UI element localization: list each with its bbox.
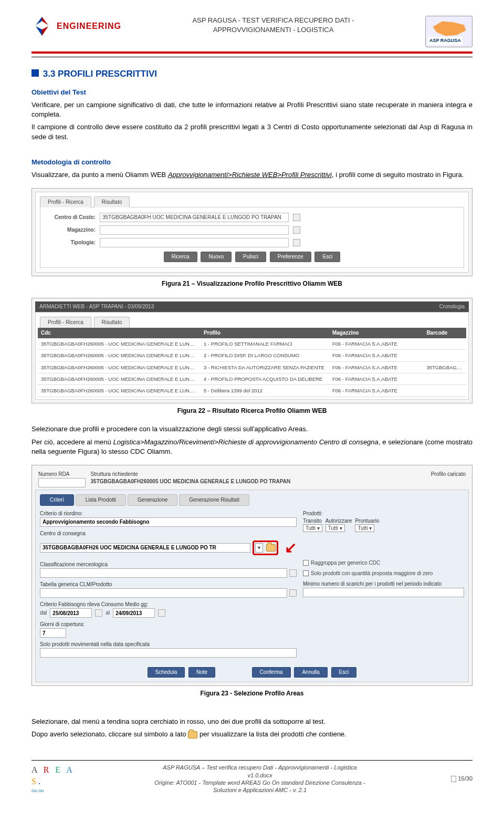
section-heading: 3.3 PROFILI PRESCRITTIVI <box>32 68 472 80</box>
header-thin-line <box>32 57 472 57</box>
fig22-hdr-cdc: Cdc <box>38 328 201 338</box>
engineering-mark-icon <box>32 16 52 37</box>
fig23-riordino-label: Criterio di riordino: <box>40 510 297 517</box>
fig23-btn-schedula[interactable]: Schedula <box>148 667 185 678</box>
section-number: 3.3 <box>43 69 56 79</box>
objectives-p2: Il campione di controllo deve essere cos… <box>32 122 472 141</box>
fig22-row[interactable]: 35TGBGBAGBA0FH260005 - UOC MEDICINA GENE… <box>38 350 466 361</box>
fig21-centro-label: Centro di Costo: <box>46 214 96 221</box>
page-number: 15/30 <box>441 775 472 783</box>
fig21-centro-input[interactable]: 35TGBGBAGBA0FH UOC MEDICINA GENERALE E L… <box>100 213 289 222</box>
fig23-chk-solomagg[interactable] <box>303 570 309 576</box>
areas-logo: A R E A S. Go On <box>32 764 79 794</box>
fig23-rda-input[interactable] <box>38 478 86 487</box>
fig21-tab-ricerca[interactable]: Profili - Ricerca <box>40 196 91 207</box>
fig22-hdr-profilo: Profilo <box>201 328 329 338</box>
fig21-btn-esci[interactable]: Esci <box>314 252 340 262</box>
fig23-btn-note[interactable]: Note <box>188 667 215 678</box>
bottom-p2: Dopo averlo selezionato, cliccare sul si… <box>32 730 472 739</box>
fig22-tab-ricerca[interactable]: Profili - Ricerca <box>40 317 91 328</box>
asp-label: ASP RAGUSA <box>428 37 463 45</box>
fig23-dal-input[interactable] <box>50 608 92 618</box>
fig23-al: al <box>106 609 110 617</box>
fig23-fabbis-label: Criterio Fabbisogno rileva Consumo Medio… <box>40 601 297 608</box>
objectives-p1: Verificare, per un campione significativ… <box>32 100 472 119</box>
fig23-chk-raggruppa[interactable] <box>303 560 309 566</box>
fig23-chk1-label: Raggruppa per generico CDC <box>311 559 380 567</box>
fig21-tipologia-label: Tipologia: <box>46 239 96 246</box>
fig21-tab-risultato[interactable]: Risultato <box>94 196 130 207</box>
fig21-magazzino-label: Magazzino: <box>46 226 96 234</box>
doc-title-line2: APPROVVIGIONAMENTI - LOGISTICA <box>127 25 420 35</box>
fig23-btn-esci[interactable]: Esci <box>331 667 357 678</box>
mid-menu-path: Logistica>Magazzino/Ricevimenti>Richiest… <box>113 438 379 446</box>
page-footer: A R E A S. Go On ASP RAGUSA – Test verif… <box>32 760 472 794</box>
footer-line3: Origine: ATO001 - Template word AREAS Go… <box>89 779 430 786</box>
fig23-class-input[interactable] <box>40 568 287 578</box>
meth-menu-path: Approvvigionamenti>Richieste WEB>Profili… <box>168 171 332 179</box>
fig21-centro-picker[interactable] <box>293 214 300 221</box>
fig23-tabella-picker[interactable] <box>289 589 297 597</box>
fig23-riordino-select[interactable] <box>40 517 297 527</box>
fig23-col-autorizz: Autorizzare <box>326 517 352 525</box>
page-doc-icon <box>451 776 456 782</box>
fig21-btn-pulisci[interactable]: Pulisci <box>235 252 266 262</box>
fig23-giorni-label: Giorni di copertura: <box>40 621 297 628</box>
fig23-al-input[interactable] <box>113 608 155 618</box>
fig23-autorizz-select[interactable]: Tutti ▾ <box>326 524 345 532</box>
fig23-dal: dal <box>40 609 47 617</box>
fig23-minimo-label: Minimo numero di scarichi per i prodotti… <box>303 580 464 588</box>
fig23-col-prontuario: Prontuario <box>355 517 379 525</box>
fig23-al-cal-icon[interactable] <box>158 609 165 617</box>
section-title: PROFILI PRESCRITTIVI <box>58 69 157 79</box>
fig23-centro-dropdown[interactable]: ▾ <box>255 543 263 553</box>
footer-line4: Soluzioni e Applicazioni AMC - v. 2.1 <box>89 786 430 794</box>
fig23-dal-cal-icon[interactable] <box>95 609 102 617</box>
fig23-struttura-value: 35TGBGBAGBA0FH260005 UOC MEDICINA GENERA… <box>91 478 401 485</box>
fig23-tab-generazionerisultati[interactable]: Generazione Risultati <box>179 494 249 506</box>
fig23-minimo-input[interactable] <box>303 588 464 597</box>
fig22-row[interactable]: 35TGBGBAGBA0FH260005 - UOC MEDICINA GENE… <box>38 362 466 373</box>
fig21-btn-preferenze[interactable]: Preferenze <box>270 252 311 262</box>
fig21-tipologia-picker[interactable] <box>293 239 300 246</box>
fig23-centro-label: Centro di consegna <box>40 530 297 537</box>
fig21-magazzino-input[interactable] <box>100 225 289 235</box>
fig22-hdr-barcode: Barcode <box>423 328 466 338</box>
fig22-row[interactable]: 35TGBGBAGBA0FH260005 - UOC MEDICINA GENE… <box>38 385 466 397</box>
fig23-btn-annulla[interactable]: Annulla <box>294 667 327 678</box>
fig23-solomov-input[interactable] <box>40 648 297 658</box>
fig23-class-picker[interactable] <box>289 569 297 577</box>
fig23-tab-generazione[interactable]: Generazione <box>128 494 177 506</box>
fig22-topbar-title: ARMADIETTI WEB - ASP TRAPANI - 03/09/201… <box>39 303 154 310</box>
fig23-transito-select[interactable]: Tutti ▾ <box>303 524 322 532</box>
fig23-centro-input[interactable] <box>40 543 250 553</box>
document-header: ENGINEERING ASP RAGUSA - TEST VERIFICA R… <box>32 16 472 47</box>
fig22-hdr-magazzino: Magazzino <box>329 328 424 338</box>
sicily-map-icon <box>431 19 468 38</box>
engineering-text: ENGINEERING <box>57 20 121 32</box>
fig21-btn-nuovo[interactable]: Nuovo <box>201 252 232 262</box>
inline-folder-icon <box>188 731 197 739</box>
fig22-row[interactable]: 35TGBGBAGBA0FH260005 - UOC MEDICINA GENE… <box>38 373 466 385</box>
fig23-giorni-input[interactable] <box>40 628 66 638</box>
objectives-heading: Obiettivi del Test <box>32 88 472 97</box>
fig22-topbar-cronologia[interactable]: Cronologia <box>439 303 465 310</box>
mid-p1: Selezionare due profili e procedere con … <box>32 424 472 434</box>
fig23-tabella-label: Tabella generica CLM/Prodotto <box>40 581 297 588</box>
fig23-tab-criteri[interactable]: Criteri <box>40 494 74 506</box>
fig23-centro-folder-icon[interactable] <box>266 544 276 552</box>
fig23-tabella-input[interactable] <box>40 588 287 598</box>
fig23-prodotti-label: Prodotti: <box>303 510 464 517</box>
fig21-tipologia-input[interactable] <box>100 238 289 247</box>
fig23-prontuario-select[interactable]: Tutti ▾ <box>355 524 374 532</box>
fig22-tab-risultato[interactable]: Risultato <box>94 317 130 328</box>
fig21-btn-ricerca[interactable]: Ricerca <box>164 252 197 262</box>
fig23-profilocaricato-label: Profilo caricato <box>406 471 466 478</box>
header-red-bar <box>32 51 472 54</box>
fig23-btn-conferma[interactable]: Conferma <box>252 667 291 678</box>
asp-ragusa-logo: ASP RAGUSA <box>425 16 472 47</box>
fig23-tab-listaprodotti[interactable]: Lista Prodotti <box>76 494 126 506</box>
figure23-caption: Figura 23 - Selezione Profilo Areas <box>32 689 472 698</box>
fig22-row[interactable]: 35TGBGBAGBA0FH260005 - UOC MEDICINA GENE… <box>38 338 466 350</box>
fig21-magazzino-picker[interactable] <box>293 226 300 234</box>
